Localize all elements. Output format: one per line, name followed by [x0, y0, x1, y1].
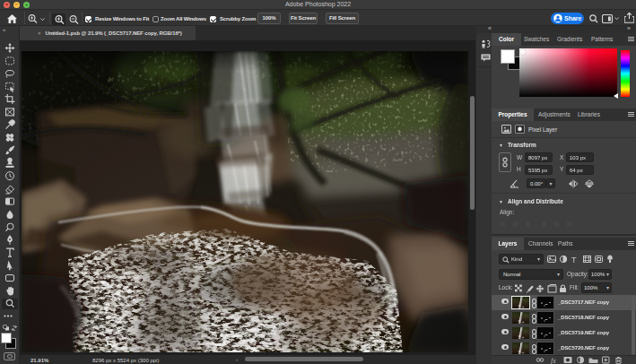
- svg-text:fx: fx: [551, 357, 556, 364]
- svg-text:T: T: [571, 256, 577, 264]
